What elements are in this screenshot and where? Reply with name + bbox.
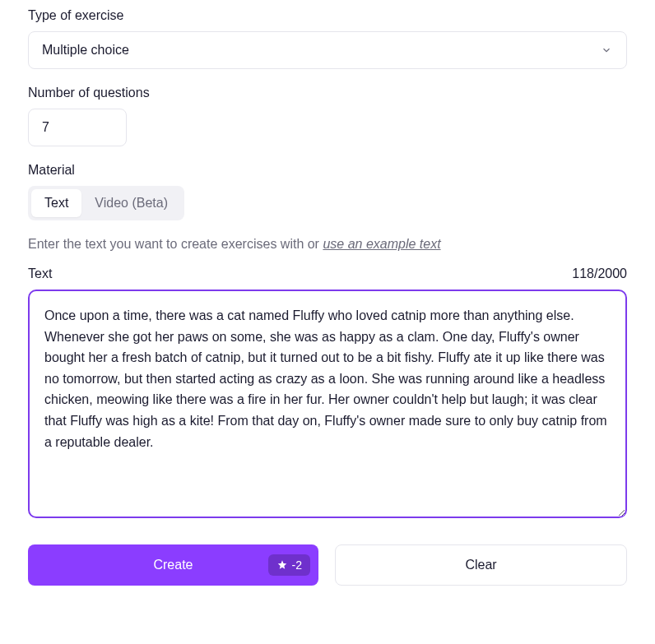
cost-badge: -2 — [268, 554, 310, 576]
material-label: Material — [28, 163, 627, 178]
tab-text[interactable]: Text — [31, 189, 81, 217]
text-label: Text — [28, 266, 52, 281]
helper-prefix: Enter the text you want to create exerci… — [28, 237, 323, 251]
tab-video[interactable]: Video (Beta) — [81, 189, 181, 217]
number-of-questions-input[interactable] — [28, 109, 127, 146]
helper-text: Enter the text you want to create exerci… — [28, 237, 627, 252]
use-example-link[interactable]: use an example text — [323, 237, 440, 251]
clear-button[interactable]: Clear — [335, 544, 627, 586]
create-button[interactable]: Create -2 — [28, 544, 318, 586]
coin-icon — [276, 559, 288, 571]
type-of-exercise-select[interactable]: Multiple choice — [28, 31, 627, 69]
number-of-questions-label: Number of questions — [28, 86, 627, 100]
cost-value: -2 — [292, 558, 302, 572]
type-of-exercise-label: Type of exercise — [28, 8, 627, 23]
type-of-exercise-value: Multiple choice — [42, 43, 129, 58]
char-counter: 118/2000 — [572, 266, 627, 281]
create-button-label: Create — [40, 558, 306, 572]
text-input[interactable] — [28, 290, 627, 518]
material-tabs: Text Video (Beta) — [28, 186, 184, 220]
chevron-down-icon — [600, 44, 613, 57]
